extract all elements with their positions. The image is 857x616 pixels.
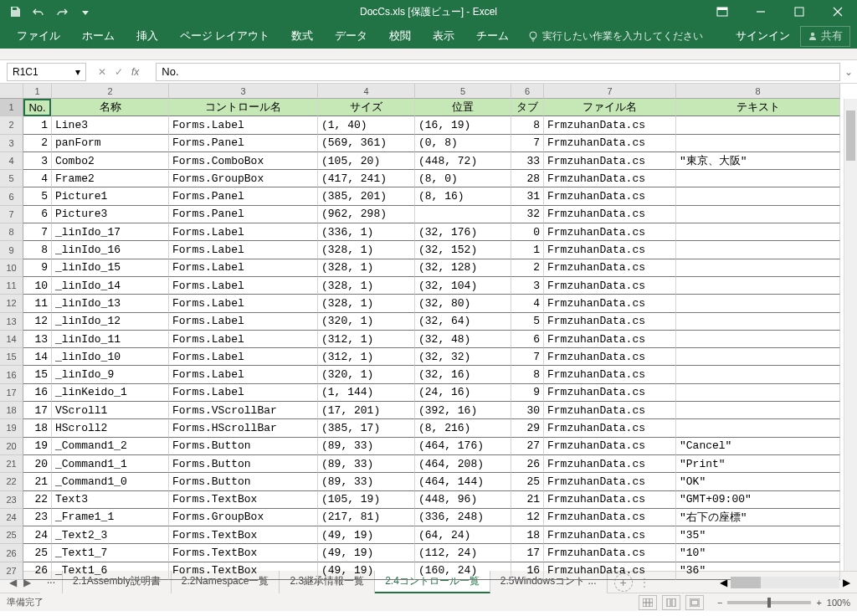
cell[interactable]: VScroll1 xyxy=(52,402,169,419)
cell[interactable]: _linIdo_16 xyxy=(52,241,169,259)
table-header-cell[interactable]: テキスト xyxy=(676,99,840,116)
cell[interactable]: "10" xyxy=(676,544,840,562)
cell[interactable]: (336, 248) xyxy=(415,509,511,526)
table-header-cell[interactable]: ファイル名 xyxy=(544,99,676,116)
cell[interactable]: (32, 16) xyxy=(415,366,511,383)
cell[interactable]: 23 xyxy=(23,509,52,526)
cell[interactable]: FrmzuhanData.cs xyxy=(544,241,676,259)
cell[interactable]: _linIdo_14 xyxy=(52,277,169,295)
cell[interactable]: 16 xyxy=(511,562,544,580)
cell[interactable]: "右下の座標" xyxy=(676,509,840,526)
cell[interactable]: (328, 1) xyxy=(318,241,415,259)
cell[interactable]: 2 xyxy=(23,135,52,152)
cell[interactable]: (32, 32) xyxy=(415,348,511,366)
redo-button[interactable] xyxy=(52,2,72,22)
undo-button[interactable] xyxy=(28,2,49,22)
ribbon-tab[interactable]: ファイル xyxy=(7,24,70,49)
cell[interactable]: 5 xyxy=(23,187,52,205)
cell[interactable]: (32, 152) xyxy=(415,241,511,259)
cell[interactable]: FrmzuhanData.cs xyxy=(544,206,676,223)
cell[interactable]: Forms.Label xyxy=(169,259,318,277)
cell[interactable]: Forms.Button xyxy=(169,438,318,455)
cell[interactable]: 13 xyxy=(23,331,52,348)
cell[interactable]: 28 xyxy=(511,170,544,187)
cell[interactable] xyxy=(676,384,840,402)
cell[interactable]: 11 xyxy=(23,295,52,312)
worksheet-grid[interactable]: 12345678 1234567891011121314151617181920… xyxy=(0,84,857,571)
cell[interactable]: (417, 241) xyxy=(318,170,415,187)
cell[interactable] xyxy=(676,295,840,312)
cell[interactable]: (328, 1) xyxy=(318,259,415,277)
cell[interactable]: FrmzuhanData.cs xyxy=(544,491,676,509)
row-header[interactable]: 19 xyxy=(0,419,23,437)
cell[interactable]: (392, 16) xyxy=(415,402,511,419)
cell[interactable]: FrmzuhanData.cs xyxy=(544,384,676,402)
cell[interactable]: (89, 33) xyxy=(318,455,415,473)
cell[interactable]: Forms.Label xyxy=(169,384,318,402)
cell[interactable]: FrmzuhanData.cs xyxy=(544,562,676,580)
cancel-formula-button[interactable]: ✕ xyxy=(98,66,106,78)
cell[interactable]: _linIdo_12 xyxy=(52,313,169,331)
cell[interactable]: (24, 16) xyxy=(415,384,511,402)
cell[interactable]: 5 xyxy=(511,313,544,331)
cell[interactable]: (464, 176) xyxy=(415,438,511,455)
cell[interactable]: 8 xyxy=(511,366,544,383)
scroll-right-button[interactable]: ▶ xyxy=(843,577,850,588)
cell[interactable]: (89, 33) xyxy=(318,473,415,490)
row-header[interactable]: 25 xyxy=(0,526,23,544)
select-all-button[interactable] xyxy=(0,84,23,99)
hscroll-thumb[interactable] xyxy=(731,577,761,588)
cell[interactable]: FrmzuhanData.cs xyxy=(544,295,676,312)
row-header[interactable]: 10 xyxy=(0,259,23,277)
cell[interactable]: (8, 16) xyxy=(415,187,511,205)
cell[interactable]: 29 xyxy=(511,419,544,437)
cell[interactable]: FrmzuhanData.cs xyxy=(544,544,676,562)
column-header[interactable]: 7 xyxy=(544,84,676,99)
cell[interactable] xyxy=(676,348,840,366)
save-button[interactable] xyxy=(5,2,25,22)
cell[interactable]: 12 xyxy=(23,313,52,331)
cell[interactable]: 12 xyxy=(511,509,544,526)
cell[interactable]: 26 xyxy=(23,562,52,580)
cell[interactable]: Picture3 xyxy=(52,206,169,223)
cell[interactable]: (32, 176) xyxy=(415,223,511,241)
cell[interactable]: FrmzuhanData.cs xyxy=(544,473,676,490)
ribbon-tab[interactable]: データ xyxy=(325,24,377,49)
cell[interactable]: (160, 24) xyxy=(415,562,511,580)
cell[interactable]: (0, 8) xyxy=(415,135,511,152)
cell[interactable] xyxy=(676,116,840,134)
row-header[interactable]: 7 xyxy=(0,206,23,223)
cell[interactable]: Forms.Label xyxy=(169,366,318,383)
cell[interactable]: (49, 19) xyxy=(318,562,415,580)
ribbon-tab[interactable]: 挿入 xyxy=(126,24,168,49)
cell[interactable]: Forms.TextBox xyxy=(169,562,318,580)
cell[interactable]: FrmzuhanData.cs xyxy=(544,509,676,526)
row-header[interactable]: 11 xyxy=(0,277,23,295)
cell[interactable]: _linIdo_11 xyxy=(52,331,169,348)
cell[interactable]: 20 xyxy=(23,455,52,473)
cell[interactable]: Forms.Button xyxy=(169,455,318,473)
cell[interactable]: (320, 1) xyxy=(318,366,415,383)
cell[interactable]: "GMT+09:00" xyxy=(676,491,840,509)
cell[interactable]: "Cancel" xyxy=(676,438,840,455)
cell[interactable]: Text3 xyxy=(52,491,169,509)
table-header-cell[interactable]: タブ xyxy=(511,99,544,116)
cell[interactable]: 4 xyxy=(511,295,544,312)
column-header[interactable]: 6 xyxy=(511,84,544,99)
cell[interactable]: (962, 298) xyxy=(318,206,415,223)
qat-customize-button[interactable] xyxy=(75,2,95,22)
cell[interactable]: Forms.Button xyxy=(169,473,318,490)
cell[interactable]: 6 xyxy=(511,331,544,348)
row-header[interactable]: 26 xyxy=(0,544,23,562)
cell[interactable]: FrmzuhanData.cs xyxy=(544,313,676,331)
maximize-button[interactable] xyxy=(780,0,819,23)
cell[interactable]: Forms.VScrollBar xyxy=(169,402,318,419)
cell[interactable]: (464, 208) xyxy=(415,455,511,473)
row-header[interactable]: 22 xyxy=(0,473,23,490)
cell[interactable]: 16 xyxy=(23,384,52,402)
cell[interactable] xyxy=(676,277,840,295)
ribbon-tab[interactable]: チーム xyxy=(466,24,519,49)
cell[interactable]: (320, 1) xyxy=(318,313,415,331)
ribbon-tab[interactable]: ページ レイアウト xyxy=(170,24,280,49)
minimize-button[interactable] xyxy=(742,0,780,23)
